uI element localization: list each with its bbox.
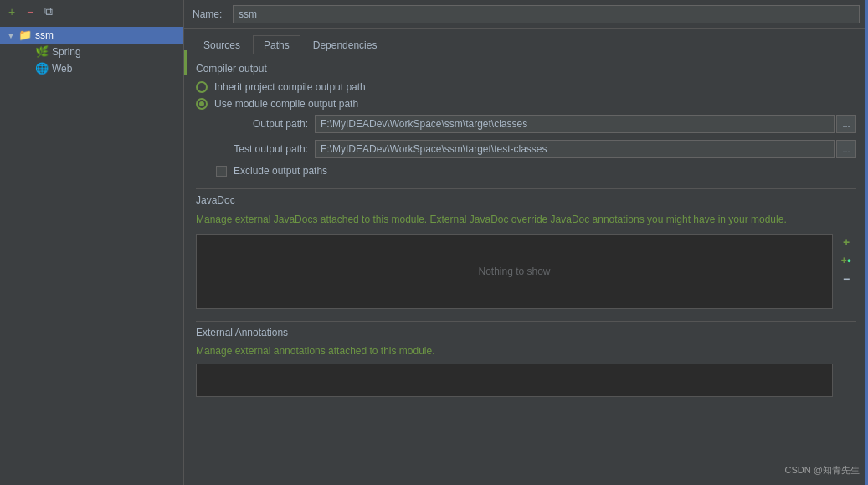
test-output-path-label: Test output path: [216, 143, 308, 155]
test-output-path-input[interactable] [315, 140, 835, 158]
javadoc-description: Manage external JavaDocs attached to thi… [196, 213, 856, 227]
tree-item-web[interactable]: 🌐 Web [20, 60, 183, 77]
tree-item-ssm[interactable]: ▼ 📁 ssm [0, 27, 183, 44]
selection-indicator [184, 50, 187, 75]
tab-paths[interactable]: Paths [253, 35, 300, 54]
divider [196, 188, 856, 189]
radio-module-btn[interactable] [196, 98, 208, 110]
radio-inherit-label: Inherit project compile output path [214, 81, 366, 93]
tree-item-ssm-label: ssm [35, 29, 54, 41]
compiler-output-section: Compiler output Inherit project compile … [196, 63, 856, 177]
radio-option-module[interactable]: Use module compile output path [196, 98, 856, 110]
javadoc-add-from-btn[interactable]: +● [838, 252, 855, 269]
divider2 [196, 321, 856, 322]
ext-ann-list [196, 364, 833, 397]
spring-icon: 🌿 [35, 45, 49, 59]
copy-module-icon[interactable]: ⧉ [42, 5, 55, 18]
javadoc-title: JavaDoc [196, 194, 856, 206]
sidebar: + − ⧉ ▼ 📁 ssm 🌿 Spring 🌐 Web [0, 0, 184, 485]
tab-dependencies[interactable]: Dependencies [302, 35, 388, 54]
module-tree: ▼ 📁 ssm 🌿 Spring 🌐 Web [0, 23, 183, 485]
tabs-bar: Sources Paths Dependencies [184, 29, 868, 54]
tree-item-spring[interactable]: 🌿 Spring [20, 44, 183, 60]
name-label: Name: [193, 8, 226, 20]
sidebar-toolbar: + − ⧉ [0, 0, 183, 23]
ext-ann-title: External Annotations [196, 327, 856, 338]
javadoc-remove-btn[interactable]: − [838, 271, 855, 287]
output-path-input[interactable] [315, 115, 835, 133]
watermark: CSDN @知青先生 [785, 464, 860, 477]
exclude-checkbox-label: Exclude output paths [234, 165, 327, 177]
compiler-output-title: Compiler output [196, 63, 856, 75]
module-folder-icon: 📁 [18, 28, 32, 42]
javadoc-section: JavaDoc Manage external JavaDocs attache… [196, 194, 856, 309]
radio-option-inherit[interactable]: Inherit project compile output path [196, 81, 856, 93]
javadoc-empty-label: Nothing to show [478, 266, 550, 277]
web-icon: 🌐 [35, 62, 49, 75]
right-edge-bar [865, 0, 868, 485]
ext-ann-description: Manage external annotations attached to … [196, 345, 856, 357]
output-path-browse-btn[interactable]: ... [836, 115, 856, 133]
javadoc-list: Nothing to show [196, 234, 833, 309]
tree-children: 🌿 Spring 🌐 Web [0, 44, 183, 77]
name-input[interactable] [233, 5, 860, 23]
add-module-icon[interactable]: + [5, 5, 18, 18]
output-path-row: Output path: ... [196, 115, 856, 133]
test-output-path-row: Test output path: ... [196, 140, 856, 158]
tab-sources[interactable]: Sources [193, 35, 251, 54]
test-output-path-browse-btn[interactable]: ... [836, 140, 856, 158]
output-path-label: Output path: [216, 118, 308, 130]
exclude-checkbox[interactable] [216, 166, 227, 177]
content-area: Compiler output Inherit project compile … [184, 54, 868, 485]
javadoc-add-btn[interactable]: + [838, 234, 855, 250]
remove-module-icon[interactable]: − [23, 5, 37, 18]
tree-item-spring-label: Spring [52, 46, 81, 58]
tree-item-web-label: Web [52, 63, 72, 75]
external-annotations-section: External Annotations Manage external ann… [196, 327, 856, 397]
name-row: Name: [184, 0, 868, 29]
expand-arrow: ▼ [7, 31, 17, 40]
main-content: Name: Sources Paths Dependencies Compile… [184, 0, 868, 485]
radio-module-label: Use module compile output path [214, 98, 358, 110]
exclude-checkbox-row[interactable]: Exclude output paths [196, 165, 856, 177]
radio-inherit-btn[interactable] [196, 81, 208, 93]
